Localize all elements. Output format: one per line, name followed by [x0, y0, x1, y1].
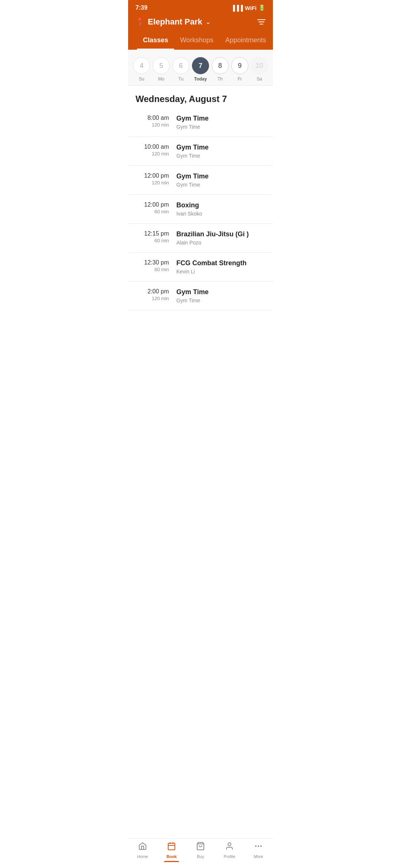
tab-appointments[interactable]: Appointments	[219, 32, 272, 50]
day-label-5: Mo	[158, 76, 164, 82]
class-item-6[interactable]: 2:00 pm 120 min Gym Time Gym Time	[128, 282, 273, 310]
location-row: 📍 Elephant Park ⌄	[136, 17, 265, 32]
day-8[interactable]: 8 Th	[212, 57, 229, 82]
class-time-0: 8:00 am 120 min	[136, 115, 176, 128]
class-details-1: Gym Time Gym Time	[176, 144, 265, 159]
class-item-3[interactable]: 12:00 pm 60 min Boxing Ivan Skoko	[128, 195, 273, 224]
day-number-7: 7	[192, 57, 209, 74]
class-item-0[interactable]: 8:00 am 120 min Gym Time Gym Time	[128, 108, 273, 137]
class-item-2[interactable]: 12:00 pm 120 min Gym Time Gym Time	[128, 166, 273, 195]
day-number-10: 10	[251, 57, 268, 74]
filter-line-2	[258, 22, 264, 22]
signal-icon: ▐▐▐	[231, 5, 243, 11]
class-time-6: 2:00 pm 120 min	[136, 288, 176, 301]
class-time-3: 12:00 pm 60 min	[136, 201, 176, 214]
class-details-4: Brazilian Jiu-Jitsu (Gi ) Alain Pozo	[176, 230, 265, 246]
class-details-2: Gym Time Gym Time	[176, 172, 265, 188]
class-item-1[interactable]: 10:00 am 120 min Gym Time Gym Time	[128, 137, 273, 166]
day-10[interactable]: 10 Sa	[251, 57, 268, 82]
day-number-9: 9	[231, 57, 248, 74]
nav-tabs: Classes Workshops Appointments	[136, 32, 265, 50]
tab-classes[interactable]: Classes	[137, 32, 174, 50]
battery-icon: 🔋	[258, 4, 265, 11]
calendar-strip: 4 Su 5 Mo 6 Tu 7 Today 8 Th 9 Fr 10 Sa	[128, 50, 273, 86]
class-time-1: 10:00 am 120 min	[136, 144, 176, 157]
status-bar: 7:39 ▐▐▐ WiFi 🔋	[128, 0, 273, 13]
class-time-4: 12:15 pm 60 min	[136, 230, 176, 243]
class-details-3: Boxing Ivan Skoko	[176, 201, 265, 217]
day-number-5: 5	[153, 57, 170, 74]
day-6[interactable]: 6 Tu	[172, 57, 189, 82]
tab-workshops[interactable]: Workshops	[174, 32, 219, 50]
class-details-5: FCG Combat Strength Kevin Li	[176, 259, 265, 274]
day-label-8: Th	[218, 76, 223, 82]
class-time-5: 12:30 pm 60 min	[136, 259, 176, 272]
day-label-today: Today	[194, 76, 207, 82]
filter-line-3	[260, 24, 263, 24]
wifi-icon: WiFi	[245, 5, 257, 11]
day-label-6: Tu	[178, 76, 183, 82]
class-item-4[interactable]: 12:15 pm 60 min Brazilian Jiu-Jitsu (Gi …	[128, 224, 273, 253]
day-9[interactable]: 9 Fr	[231, 57, 248, 82]
day-5[interactable]: 5 Mo	[153, 57, 170, 82]
day-label-10: Sa	[257, 76, 262, 82]
day-7[interactable]: 7 Today	[192, 57, 209, 82]
filter-button[interactable]	[257, 19, 265, 24]
location-pin-icon: 📍	[136, 17, 145, 26]
status-icons: ▐▐▐ WiFi 🔋	[231, 4, 265, 11]
day-4[interactable]: 4 Su	[133, 57, 150, 82]
day-label-9: Fr	[238, 76, 242, 82]
class-list: 8:00 am 120 min Gym Time Gym Time 10:00 …	[128, 108, 273, 310]
app-header: 📍 Elephant Park ⌄ Classes Workshops Appo…	[128, 13, 273, 50]
location-left[interactable]: 📍 Elephant Park ⌄	[136, 17, 211, 27]
day-label-4: Su	[139, 76, 144, 82]
chevron-down-icon[interactable]: ⌄	[205, 18, 211, 26]
filter-line-1	[257, 19, 265, 20]
day-number-6: 6	[172, 57, 189, 74]
class-details-0: Gym Time Gym Time	[176, 115, 265, 130]
location-name: Elephant Park	[148, 17, 202, 27]
class-item-5[interactable]: 12:30 pm 60 min FCG Combat Strength Kevi…	[128, 253, 273, 282]
status-time: 7:39	[136, 4, 147, 11]
class-time-2: 12:00 pm 120 min	[136, 172, 176, 185]
day-number-8: 8	[212, 57, 229, 74]
day-number-4: 4	[133, 57, 150, 74]
class-details-6: Gym Time Gym Time	[176, 288, 265, 303]
date-heading: Wednesday, August 7	[128, 86, 273, 108]
